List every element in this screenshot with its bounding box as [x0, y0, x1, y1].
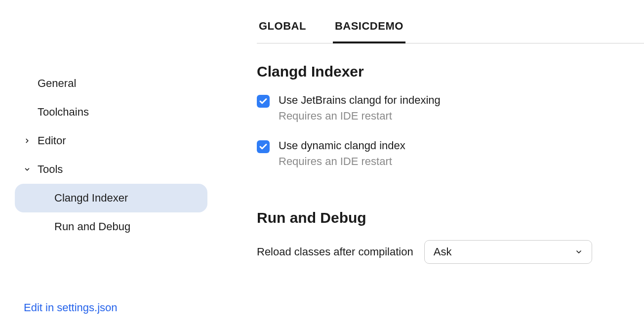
sidebar-item-run-and-debug[interactable]: Run and Debug: [15, 212, 207, 241]
tabs: GLOBAL BASICDEMO: [257, 0, 644, 43]
tab-global[interactable]: GLOBAL: [257, 14, 308, 43]
field-row-reload-classes: Reload classes after compilation Ask: [257, 240, 629, 264]
sidebar-item-label: Tools: [38, 163, 199, 176]
check-icon: [259, 142, 268, 151]
checkbox-dynamic-clangd[interactable]: [257, 140, 270, 153]
sidebar-item-clangd-indexer[interactable]: Clangd Indexer: [15, 184, 207, 212]
section-title-clangd-indexer: Clangd Indexer: [257, 63, 629, 80]
content: Clangd Indexer Use JetBrains clangd for …: [257, 43, 644, 264]
check-icon: [259, 97, 268, 106]
tab-basicdemo[interactable]: BASICDEMO: [333, 14, 405, 43]
sidebar-item-tools[interactable]: Tools: [15, 155, 207, 184]
checkbox-label: Use JetBrains clangd for indexing: [279, 94, 441, 107]
checkbox-labels: Use dynamic clangd index Requires an IDE…: [279, 139, 405, 168]
select-value: Ask: [434, 246, 452, 258]
sidebar-item-label: General: [24, 77, 199, 90]
checkbox-labels: Use JetBrains clangd for indexing Requir…: [279, 94, 441, 123]
chevron-down-icon: [24, 166, 38, 173]
checkbox-label: Use dynamic clangd index: [279, 139, 405, 152]
sidebar-item-general[interactable]: General: [15, 69, 207, 98]
edit-settings-json-link[interactable]: Edit in settings.json: [24, 301, 118, 314]
sidebar-item-label: Editor: [38, 134, 199, 147]
checkbox-sublabel: Requires an IDE restart: [279, 110, 441, 123]
sidebar-items: General Toolchains Editor Tools Clangd I…: [15, 69, 207, 301]
sidebar-item-toolchains[interactable]: Toolchains: [15, 98, 207, 126]
sidebar-footer: Edit in settings.json: [15, 301, 207, 329]
checkbox-sublabel: Requires an IDE restart: [279, 155, 405, 168]
checkbox-jetbrains-clangd[interactable]: [257, 95, 270, 108]
select-reload-classes[interactable]: Ask: [424, 240, 592, 264]
main-panel: GLOBAL BASICDEMO Clangd Indexer Use JetB…: [222, 0, 644, 329]
sidebar: General Toolchains Editor Tools Clangd I…: [0, 0, 222, 329]
checkbox-row-dynamic-clangd: Use dynamic clangd index Requires an IDE…: [257, 139, 629, 168]
section-title-run-and-debug: Run and Debug: [257, 209, 629, 226]
chevron-down-icon: [575, 248, 583, 256]
sidebar-item-editor[interactable]: Editor: [15, 126, 207, 155]
checkbox-row-jetbrains-clangd: Use JetBrains clangd for indexing Requir…: [257, 94, 629, 123]
field-label: Reload classes after compilation: [257, 246, 413, 258]
sidebar-item-label: Clangd Indexer: [24, 192, 199, 205]
sidebar-item-label: Toolchains: [24, 106, 199, 119]
sidebar-item-label: Run and Debug: [24, 220, 199, 233]
chevron-right-icon: [24, 137, 38, 144]
